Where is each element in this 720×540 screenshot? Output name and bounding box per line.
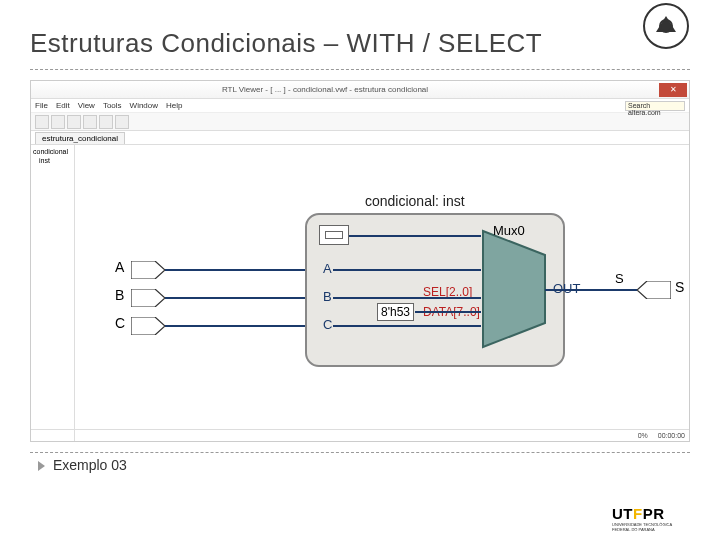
menu-file[interactable]: File [35,101,48,110]
schematic-canvas[interactable]: condicional: inst Mux0 A B C [75,145,689,442]
maximize-button[interactable] [639,83,657,97]
footer-marker-icon [38,461,45,471]
wire [545,289,637,291]
menubar: File Edit View Tools Window Help Search … [31,99,689,113]
menu-window[interactable]: Window [130,101,158,110]
block-instance-title: condicional: inst [365,193,465,209]
minimize-button[interactable] [619,83,637,97]
wire [165,269,305,271]
title-divider [30,69,690,70]
wire [333,325,481,327]
wire [333,297,481,299]
block-port-b: B [323,289,332,304]
block-port-c: C [323,317,332,332]
toolbar [31,113,689,131]
close-button[interactable]: ✕ [659,83,687,97]
wire [415,311,481,313]
input-pin-c [131,317,165,335]
output-pin-s [637,281,671,299]
university-seal-logo [642,2,690,50]
svg-marker-2 [483,231,545,347]
input-label-b: B [115,287,124,303]
menu-help[interactable]: Help [166,101,182,110]
wire [333,269,481,271]
menu-tools[interactable]: Tools [103,101,122,110]
tool-icon[interactable] [99,115,113,129]
tab-document[interactable]: estrutura_condicional [35,132,125,144]
tool-icon[interactable] [115,115,129,129]
input-pin-b [131,289,165,307]
status-zoom: 0% [638,432,648,439]
wire [349,235,481,237]
svg-marker-6 [637,281,671,299]
svg-marker-3 [131,261,165,279]
data-constant-box: 8'h53 [377,303,414,321]
tool-icon[interactable] [67,115,81,129]
menu-view[interactable]: View [78,101,95,110]
hierarchy-panel: condicional inst [31,145,75,442]
window-titlebar: RTL Viewer - [ ... ] - condicional.vwf -… [31,81,689,99]
block-port-a: A [323,261,332,276]
status-time: 00:00:00 [658,432,685,439]
menu-edit[interactable]: Edit [56,101,70,110]
window-title: RTL Viewer - [ ... ] - condicional.vwf -… [31,85,619,94]
footer-divider [30,452,690,453]
main-area: condicional inst condicional: inst Mux0 … [31,145,689,442]
tab-row: estrutura_condicional [31,131,689,145]
slide-title: Estruturas Condicionais – WITH / SELECT [0,0,720,65]
tool-icon[interactable] [35,115,49,129]
input-pin-a [131,261,165,279]
input-label-c: C [115,315,125,331]
wire-label-s: S [615,271,624,286]
search-input[interactable]: Search altera.com [625,101,685,111]
example-label: Exemplo 03 [53,457,127,473]
mux-label: Mux0 [493,223,525,238]
utfpr-logo: UTFPR UNIVERSIDADE TECNOLÓGICA FEDERAL D… [612,505,690,532]
input-label-a: A [115,259,124,275]
tree-child[interactable]: inst [33,156,72,165]
tool-icon[interactable] [83,115,97,129]
wire [165,297,305,299]
constant-port-box [319,225,349,245]
rtl-viewer-window: RTL Viewer - [ ... ] - condicional.vwf -… [30,80,690,442]
mux-symbol [481,229,547,349]
tree-root[interactable]: condicional [33,147,72,156]
output-label-s: S [675,279,684,295]
footer-label: Exemplo 03 [38,457,720,473]
statusbar: 0% 00:00:00 [31,429,689,441]
svg-marker-4 [131,289,165,307]
tool-icon[interactable] [51,115,65,129]
svg-marker-5 [131,317,165,335]
wire [165,325,305,327]
